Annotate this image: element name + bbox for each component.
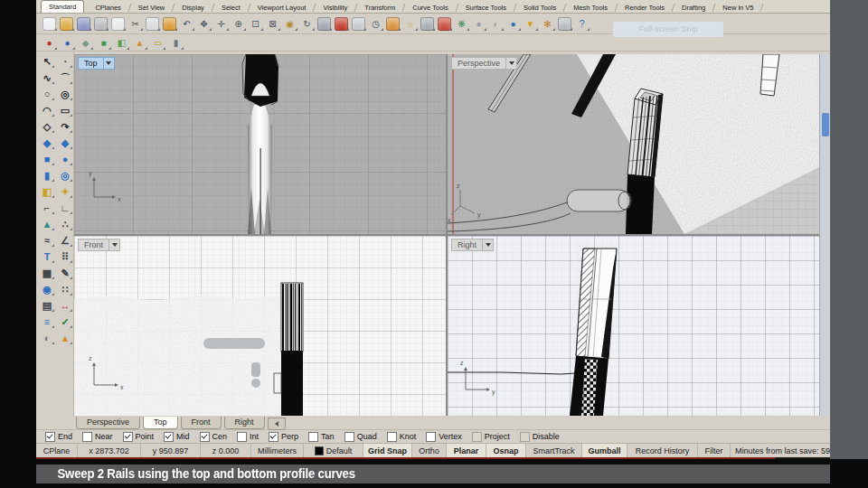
car-icon[interactable]: [335, 17, 348, 31]
check-select-icon[interactable]: ✓: [58, 314, 72, 329]
menu-tab-mesh-tools[interactable]: Mesh Tools: [567, 2, 614, 13]
torus-icon[interactable]: ◎: [58, 168, 72, 183]
shade-icon[interactable]: [438, 17, 451, 31]
curve-handle-icon[interactable]: ↷: [58, 119, 72, 134]
status-smarttrack[interactable]: SmartTrack: [526, 444, 582, 457]
checkbox-project[interactable]: [472, 432, 482, 442]
viewport-right[interactable]: z y Right: [448, 236, 819, 416]
sel-box-icon[interactable]: ◧: [115, 36, 128, 50]
sel-ellipsoid-icon[interactable]: ●: [42, 36, 56, 50]
curve-interpolate-icon[interactable]: ∿: [40, 70, 54, 85]
hide-object-icon[interactable]: [352, 17, 365, 31]
chamfer-icon[interactable]: ⌐: [40, 201, 54, 215]
fillet-icon[interactable]: ✦: [58, 184, 72, 199]
zoom-icon[interactable]: ⊕: [231, 17, 245, 31]
osnap-int[interactable]: Int: [237, 432, 259, 442]
lamp-icon[interactable]: ☼: [403, 17, 417, 31]
shaded-sphere-icon[interactable]: ◐: [40, 331, 54, 345]
viewport-label-perspective[interactable]: Perspective: [451, 57, 506, 70]
viewport-label-front[interactable]: Front: [78, 239, 109, 251]
surface-icon[interactable]: ◆: [40, 136, 54, 150]
status-x-2873-702[interactable]: x 2873.702: [78, 444, 141, 457]
sphere-icon[interactable]: ●: [58, 152, 72, 166]
menu-tab-surface-tools[interactable]: Surface Tools: [459, 2, 513, 13]
checkbox-cen[interactable]: [200, 432, 210, 442]
select-icon[interactable]: ↖: [40, 54, 54, 69]
checkbox-quad[interactable]: [344, 432, 354, 442]
osnap-disable[interactable]: Disable: [520, 432, 560, 442]
new-file-icon[interactable]: [42, 17, 56, 31]
move-view-icon[interactable]: ✛: [214, 17, 228, 31]
ellipse-icon[interactable]: ◎: [58, 87, 72, 101]
layer-state-icon[interactable]: [386, 17, 400, 31]
dimension-text-icon[interactable]: [558, 17, 571, 31]
viewport-dropdown-right[interactable]: [483, 239, 494, 251]
viewport-tab-perspective[interactable]: Perspective: [76, 417, 140, 429]
boolean-icon[interactable]: ◧: [40, 184, 54, 199]
dots-icon[interactable]: ⠿: [58, 249, 72, 264]
arc-icon[interactable]: ◠: [40, 103, 54, 117]
checkbox-knot[interactable]: [387, 432, 397, 442]
viewport-perspective[interactable]: z y x Perspective: [448, 54, 819, 234]
polyline-icon[interactable]: ∠: [58, 233, 72, 248]
sel-box-checked-icon[interactable]: ■: [97, 36, 110, 50]
status-planar[interactable]: Planar: [447, 444, 486, 457]
menu-tab-set-view[interactable]: Set View: [132, 2, 171, 13]
menu-tab-select[interactable]: Select: [215, 2, 247, 13]
selection-filter-icon[interactable]: ▼: [524, 17, 537, 31]
cone-orange-icon[interactable]: ▲: [58, 331, 72, 345]
status-default[interactable]: Default: [304, 444, 363, 457]
copy-icon[interactable]: [146, 17, 159, 31]
checkbox-mid[interactable]: [164, 432, 174, 442]
viewport-tab-scroll-left[interactable]: [268, 418, 286, 430]
status-filter[interactable]: Filter: [698, 444, 731, 457]
viewport-layout-icon[interactable]: [317, 17, 331, 31]
cylinder-icon[interactable]: ▮: [40, 168, 54, 183]
undo-view-icon[interactable]: ◷: [369, 17, 382, 31]
viewport-tab-top[interactable]: Top: [143, 417, 178, 429]
status-z-0-000[interactable]: z 0.000: [201, 444, 251, 457]
checkbox-vertex[interactable]: [426, 432, 436, 442]
osnap-cen[interactable]: Cen: [200, 432, 228, 442]
sel-sphere-icon[interactable]: ●: [61, 36, 74, 50]
status-ortho[interactable]: Ortho: [412, 444, 447, 457]
paste-icon[interactable]: [163, 17, 176, 31]
osnap-end[interactable]: End: [45, 432, 72, 442]
checkbox-perp[interactable]: [269, 432, 278, 442]
status-grid-snap[interactable]: Grid Snap: [363, 444, 412, 457]
circle-icon[interactable]: ○: [40, 87, 54, 101]
text-icon[interactable]: T: [40, 249, 54, 264]
pan-icon[interactable]: ✥: [197, 17, 211, 31]
checkbox-int[interactable]: [237, 432, 247, 442]
checkbox-point[interactable]: [123, 432, 133, 442]
save-file-icon[interactable]: [77, 17, 90, 31]
print-icon[interactable]: [94, 17, 108, 31]
osnap-quad[interactable]: Quad: [344, 432, 377, 442]
viewport-dropdown-front[interactable]: [109, 239, 120, 251]
viewport-top[interactable]: y x Top: [74, 54, 446, 234]
copy-page-icon[interactable]: [111, 17, 125, 31]
cut-icon[interactable]: ✂: [128, 17, 142, 31]
render-icon[interactable]: ●: [506, 17, 520, 31]
status-millimeters[interactable]: Millimeters: [251, 444, 304, 457]
menu-tab-cplanes[interactable]: CPlanes: [89, 2, 127, 13]
help-icon[interactable]: ?: [575, 17, 589, 31]
osnap-knot[interactable]: Knot: [387, 432, 417, 442]
array-icon[interactable]: ∷: [58, 282, 72, 296]
sel-polysurface-icon[interactable]: ◆: [79, 36, 92, 50]
osnap-tan[interactable]: Tan: [308, 432, 335, 442]
menu-tab-new-in-v5[interactable]: New in V5: [716, 2, 760, 13]
menu-tab-curve-tools[interactable]: Curve Tools: [406, 2, 454, 13]
zoom-selected-icon[interactable]: ◉: [283, 17, 297, 31]
menu-tab-visibility[interactable]: Visibility: [316, 2, 354, 13]
checkbox-disable[interactable]: [520, 432, 530, 442]
layers-icon[interactable]: ≡: [40, 314, 54, 329]
status-cplane[interactable]: CPlane: [36, 444, 78, 457]
grid-table-icon[interactable]: ▤: [40, 298, 54, 313]
checkbox-tan[interactable]: [308, 432, 318, 442]
undo-icon[interactable]: ↶: [180, 17, 193, 31]
osnap-near[interactable]: Near: [82, 432, 113, 442]
group-icon[interactable]: ▦: [40, 266, 54, 280]
viewport-dropdown-top[interactable]: [104, 57, 115, 70]
zoom-window-icon[interactable]: ⊡: [249, 17, 262, 31]
